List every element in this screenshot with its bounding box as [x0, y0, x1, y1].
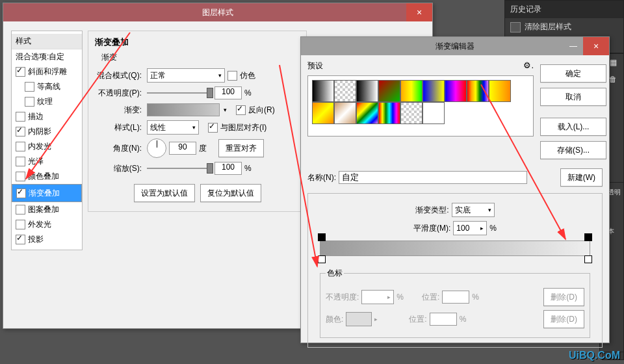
close-button[interactable]: × [583, 37, 609, 55]
scale-slider[interactable] [147, 168, 212, 169]
preset-swatch-5[interactable] [422, 80, 445, 102]
style-select[interactable]: 线性▾ [147, 120, 199, 135]
chevron-down-icon: ▾ [488, 207, 491, 213]
gear-icon[interactable]: ⚙. [523, 60, 534, 72]
preset-swatch-7[interactable] [467, 80, 489, 102]
preset-swatch-11[interactable] [356, 102, 378, 124]
save-button[interactable]: 存储(S)... [540, 141, 606, 159]
preset-swatch-6[interactable] [445, 80, 467, 102]
effect-label: 图案叠加 [28, 204, 59, 215]
gradient-picker[interactable] [147, 103, 220, 116]
history-tab[interactable]: 历史记录 [505, 1, 623, 18]
effect-checkbox[interactable] [16, 205, 25, 214]
opacity-input[interactable]: 100 [214, 86, 242, 99]
pos-input [442, 291, 469, 304]
effect-checkbox[interactable] [16, 188, 26, 198]
preset-swatch-3[interactable] [378, 80, 400, 102]
minimize-button[interactable]: — [564, 37, 583, 55]
effect-row-7[interactable]: 颜色叠加 [12, 169, 82, 184]
type-select[interactable]: 实底▾ [452, 203, 495, 217]
scale-input[interactable]: 100 [214, 162, 242, 175]
align-label: 与图层对齐(I) [220, 122, 266, 133]
blend-mode-select[interactable]: 正常▾ [147, 68, 225, 83]
reverse-checkbox[interactable] [236, 105, 246, 115]
effect-row-10[interactable]: 外发光 [12, 217, 82, 232]
effect-label: 光泽 [28, 156, 44, 167]
reset-default-button[interactable]: 复位为默认值 [200, 184, 261, 202]
delete-color-stop-button: 删除(D) [543, 310, 584, 328]
effect-row-8[interactable]: 渐变叠加 [12, 184, 82, 202]
preset-swatch-9[interactable] [312, 102, 334, 124]
effect-checkbox[interactable] [16, 235, 25, 244]
gradient-editor-dialog: 渐变编辑器 × — 预设 ⚙. 确定 取消 载入(L)... 存储(S)... … [300, 36, 610, 343]
effect-row-11[interactable]: 投影 [12, 232, 82, 247]
scale-unit: % [244, 164, 252, 173]
preset-swatch-12[interactable] [378, 102, 400, 124]
effect-checkbox[interactable] [16, 142, 25, 151]
smooth-input[interactable]: 100▸ [453, 221, 487, 235]
preset-swatch-10[interactable] [334, 102, 356, 124]
effect-row-5[interactable]: 内发光 [12, 139, 82, 154]
presets-grid [307, 75, 534, 136]
pos-label: 位置: [422, 292, 439, 303]
effect-row-3[interactable]: 描边 [12, 109, 82, 124]
history-item[interactable]: 清除图层样式 [505, 18, 623, 36]
watermark: UiBQ.CoM [569, 350, 620, 361]
effect-row-4[interactable]: 内阴影 [12, 124, 82, 139]
blend-mode-label: 混合模式(Q): [95, 70, 142, 81]
effect-checkbox[interactable] [16, 220, 25, 229]
smooth-label: 平滑度(M): [413, 223, 450, 234]
opacity-slider[interactable] [147, 92, 212, 94]
dither-checkbox[interactable] [228, 71, 237, 81]
preset-swatch-0[interactable] [312, 80, 334, 102]
blend-options-row[interactable]: 混合选项:自定 [12, 49, 82, 64]
new-button[interactable]: 新建(W) [560, 168, 603, 187]
effect-checkbox[interactable] [16, 157, 25, 166]
ok-button[interactable]: 确定 [540, 64, 606, 83]
stops-fieldset: 色标 不透明度: ▸ % 位置: % 删除(D) 颜色: ▸ 位置: % 删除(… [320, 268, 590, 338]
opacity-stop-right[interactable] [584, 233, 592, 241]
effect-row-9[interactable]: 图案叠加 [12, 202, 82, 217]
preset-swatch-2[interactable] [356, 80, 378, 102]
chevron-down-icon[interactable]: ▾ [224, 107, 227, 113]
effect-checkbox[interactable] [16, 127, 25, 136]
preset-swatch-14[interactable] [422, 102, 445, 124]
angle-dial[interactable] [147, 138, 166, 158]
document-icon [510, 22, 521, 32]
effect-row-1[interactable]: 等高线 [12, 79, 82, 94]
preset-swatch-8[interactable] [489, 80, 511, 102]
effect-checkbox[interactable] [25, 82, 34, 92]
reverse-label: 反向(R) [248, 105, 275, 116]
gradient-bar[interactable] [320, 240, 590, 256]
effect-label: 斜面和浮雕 [28, 66, 67, 77]
color-stop-left[interactable] [318, 255, 326, 263]
stop-opacity-input: ▸ [361, 290, 394, 304]
load-button[interactable]: 载入(L)... [540, 118, 606, 136]
effect-checkbox[interactable] [16, 67, 25, 77]
preset-swatch-13[interactable] [400, 102, 422, 124]
chevron-down-icon: ▸ [480, 225, 484, 231]
effect-checkbox[interactable] [16, 112, 25, 122]
scale-label: 缩放(S): [95, 163, 142, 174]
effect-checkbox[interactable] [25, 97, 34, 107]
cancel-button[interactable]: 取消 [540, 88, 606, 106]
set-default-button[interactable]: 设置为默认值 [134, 184, 195, 202]
layer-style-title: 图层样式 [202, 8, 233, 17]
preset-swatch-4[interactable] [400, 80, 422, 102]
effect-row-0[interactable]: 斜面和浮雕 [12, 64, 82, 79]
name-input[interactable] [339, 171, 527, 184]
effect-checkbox[interactable] [16, 172, 25, 181]
opacity-stop-left[interactable] [318, 233, 326, 241]
gradient-editor-titlebar: 渐变编辑器 × — [301, 37, 609, 55]
close-button[interactable]: × [406, 3, 432, 21]
color-stop-right[interactable] [584, 255, 592, 263]
preset-swatch-1[interactable] [334, 80, 356, 102]
align-checkbox[interactable] [208, 123, 218, 133]
effect-row-2[interactable]: 纹理 [12, 94, 82, 109]
effect-row-6[interactable]: 光泽 [12, 154, 82, 169]
layer-style-titlebar: 图层样式 × [3, 3, 432, 21]
reset-align-button[interactable]: 重置对齐 [218, 139, 264, 157]
angle-input[interactable]: 90 [169, 142, 196, 155]
smooth-unit: % [489, 224, 497, 233]
effect-label: 投影 [28, 234, 44, 245]
